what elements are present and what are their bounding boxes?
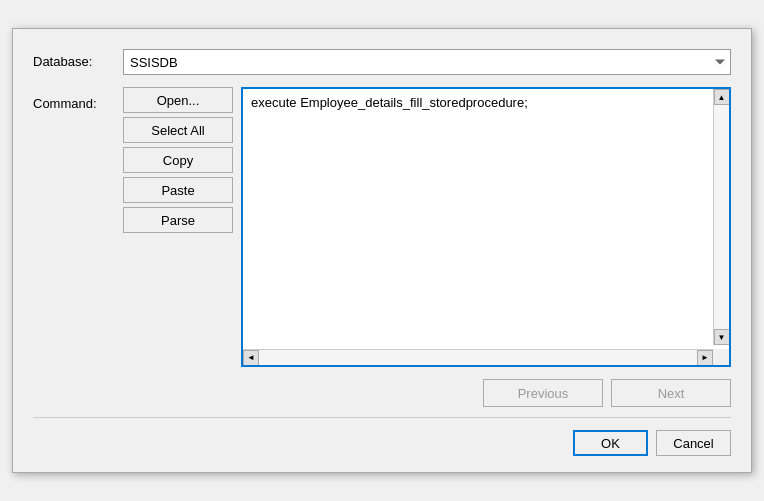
cancel-button[interactable]: Cancel: [656, 430, 731, 456]
command-textarea[interactable]: [243, 89, 713, 345]
ok-cancel-row: OK Cancel: [33, 417, 731, 456]
command-label-col: Command:: [33, 87, 123, 111]
scroll-up-icon[interactable]: ▲: [714, 89, 730, 105]
ok-button[interactable]: OK: [573, 430, 648, 456]
database-select-wrapper: SSISDB: [123, 49, 731, 75]
vertical-scrollbar[interactable]: ▲ ▼: [713, 89, 729, 345]
scroll-track-vertical[interactable]: [714, 105, 729, 329]
command-textarea-wrapper: ▲ ▼ ◄ ►: [241, 87, 731, 367]
copy-button[interactable]: Copy: [123, 147, 233, 173]
paste-button[interactable]: Paste: [123, 177, 233, 203]
previous-button[interactable]: Previous: [483, 379, 603, 407]
database-select[interactable]: SSISDB: [123, 49, 731, 75]
select-all-button[interactable]: Select All: [123, 117, 233, 143]
open-button[interactable]: Open...: [123, 87, 233, 113]
main-dialog: Database: SSISDB Command: Open... Select…: [12, 28, 752, 473]
horizontal-scrollbar[interactable]: ◄ ►: [243, 349, 713, 365]
database-row: Database: SSISDB: [33, 49, 731, 75]
scrollbar-corner: [713, 349, 729, 365]
next-button[interactable]: Next: [611, 379, 731, 407]
scroll-down-icon[interactable]: ▼: [714, 329, 730, 345]
database-label: Database:: [33, 49, 123, 69]
command-section: Command: Open... Select All Copy Paste P…: [33, 87, 731, 367]
command-label: Command:: [33, 91, 123, 111]
scroll-left-icon[interactable]: ◄: [243, 350, 259, 366]
scroll-track-horizontal[interactable]: [259, 350, 697, 365]
navigation-buttons: Previous Next: [33, 379, 731, 407]
parse-button[interactable]: Parse: [123, 207, 233, 233]
action-buttons-col: Open... Select All Copy Paste Parse: [123, 87, 233, 233]
scroll-right-icon[interactable]: ►: [697, 350, 713, 366]
